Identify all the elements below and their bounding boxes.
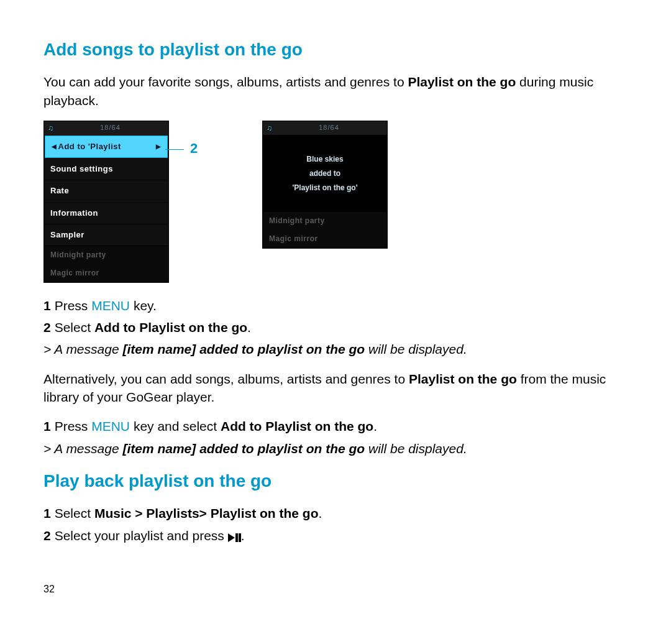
music-note-icon: ♫	[267, 123, 272, 134]
page-number: 32	[43, 582, 628, 596]
device-2-header: ♫ 18/64	[263, 121, 387, 135]
device-2-counter: 18/64	[275, 123, 383, 132]
device-screenshot-2: ♫ 18/64 Blue skies added to 'Playlist on…	[262, 121, 388, 249]
alt-pre: Alternatively, you can add songs, albums…	[43, 372, 409, 386]
step-b1-pre: Press	[55, 419, 92, 433]
menu-key-text: MENU	[91, 298, 130, 313]
step-b1: 1Press MENU key and select Add to Playli…	[43, 417, 628, 435]
chevron-left-icon: ◀	[52, 142, 57, 151]
result-a-strong: [item name] added to playlist on the go	[122, 342, 365, 356]
confirmation-message: Blue skies added to 'Playlist on the go'	[263, 135, 387, 212]
intro-text-pre: You can add your favorite songs, albums,…	[43, 75, 408, 89]
heading-play-back: Play back playlist on the go	[43, 469, 628, 493]
result-a-post: will be displayed.	[365, 342, 467, 356]
result-b-strong: [item name] added to playlist on the go	[122, 441, 365, 456]
callout-2: 2	[165, 139, 198, 159]
heading-add-songs: Add songs to playlist on the go	[43, 37, 628, 62]
result-a-pre: > A message	[43, 342, 122, 356]
faded-row-2: Magic mirror	[44, 264, 168, 282]
result-message-b: > A message [item name] added to playlis…	[43, 439, 628, 458]
step-number: 1	[43, 506, 51, 520]
confirm-line-3: 'Playlist on the go'	[269, 181, 381, 195]
step-a2: 2Select Add to Playlist on the go.	[43, 318, 628, 336]
menu-item-add-to-playlist: ◀ Add to 'Playlist ▶	[45, 136, 168, 158]
menu-item-rate: Rate	[44, 180, 168, 202]
confirm-line-2: added to	[269, 167, 381, 181]
step-a2-post: .	[247, 320, 251, 334]
callout-line	[165, 149, 184, 150]
chevron-right-icon: ▶	[156, 142, 162, 151]
faded-row-1b: Midnight party	[263, 212, 387, 230]
step-number: 2	[43, 528, 51, 543]
step-a2-strong: Add to Playlist on the go	[94, 320, 247, 334]
result-b-pre: > A message	[43, 441, 122, 456]
result-message-a: > A message [item name] added to playlis…	[43, 340, 628, 358]
alternative-paragraph: Alternatively, you can add songs, albums…	[43, 370, 628, 407]
menu-item-sound-settings: Sound settings	[44, 159, 168, 180]
menu-key-text: MENU	[91, 419, 130, 433]
step-number: 2	[43, 320, 51, 334]
step-c1: 1Select Music > Playlists> Playlist on t…	[43, 504, 628, 522]
step-c2-pre: Select your playlist and press	[55, 528, 228, 543]
step-a1-pre: Press	[55, 298, 92, 313]
step-a1: 1Press MENU key.	[43, 297, 628, 315]
step-c1-post: .	[319, 506, 322, 520]
step-number: 1	[43, 419, 51, 433]
intro-strong: Playlist on the go	[408, 75, 516, 89]
device-1-header: ♫ 18/64	[44, 121, 168, 135]
step-a1-post: key.	[130, 298, 157, 313]
screenshot-1-wrap: ♫ 18/64 ◀ Add to 'Playlist ▶ Sound setti…	[43, 121, 169, 283]
device-screenshot-1: ♫ 18/64 ◀ Add to 'Playlist ▶ Sound setti…	[43, 121, 169, 283]
faded-row-2b: Magic mirror	[263, 230, 387, 248]
step-number: 1	[43, 298, 51, 313]
screenshot-row: ♫ 18/64 ◀ Add to 'Playlist ▶ Sound setti…	[43, 121, 628, 283]
step-c2-post: .	[241, 528, 245, 543]
step-c2: 2Select your playlist and press .	[43, 527, 628, 545]
intro-paragraph: You can add your favorite songs, albums,…	[43, 73, 628, 109]
menu-item-sampler: Sampler	[44, 224, 168, 246]
device-1-counter: 18/64	[56, 123, 165, 132]
step-b1-mid: key and select	[130, 419, 221, 433]
step-b1-post: .	[373, 419, 377, 433]
alt-strong: Playlist on the go	[409, 372, 517, 386]
step-a2-pre: Select	[55, 320, 94, 334]
confirm-line-1: Blue skies	[269, 152, 381, 167]
play-pause-icon	[228, 527, 241, 545]
step-c1-strong: Music > Playlists> Playlist on the go	[94, 506, 319, 520]
music-note-icon: ♫	[48, 123, 53, 134]
step-b1-strong: Add to Playlist on the go	[221, 419, 373, 433]
menu-item-information: Information	[44, 203, 168, 224]
result-b-post: will be displayed.	[365, 441, 467, 456]
step-c1-pre: Select	[55, 506, 94, 520]
menu-item-label: Add to 'Playlist	[58, 141, 121, 152]
callout-number: 2	[190, 139, 198, 159]
faded-row-1: Midnight party	[44, 246, 168, 264]
